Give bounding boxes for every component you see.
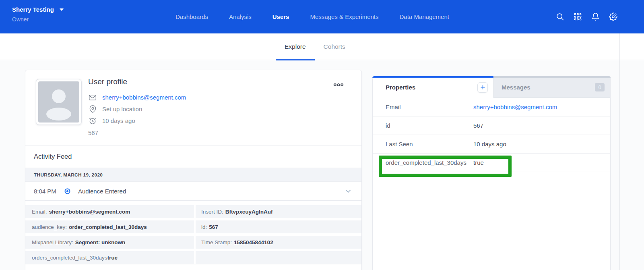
alarm-clock-icon <box>88 117 97 125</box>
active-tab-underline <box>276 59 315 60</box>
apps-grid-icon[interactable] <box>574 12 582 21</box>
active-tab-top-bar <box>372 76 493 78</box>
audience-entered-icon <box>64 188 71 195</box>
event-detail-cell: Email: sherry+bobbins@segment.com <box>25 205 194 218</box>
search-icon[interactable] <box>556 12 564 21</box>
scroll-track-divider <box>619 33 620 270</box>
event-detail-cell: Insert ID: BftvpxcuyAglnAuf <box>196 205 361 218</box>
profile-last-seen: 10 days ago <box>102 117 135 124</box>
property-row: Last Seen 10 days ago <box>373 135 610 154</box>
activity-event-row[interactable]: 8:04 PM Audience Entered <box>25 182 361 200</box>
nav-messages-experiments[interactable]: Messages & Experiments <box>310 13 378 20</box>
tab-cohorts[interactable]: Cohorts <box>315 33 354 60</box>
user-profile-card: User profile sherry+bobbins@segment.com … <box>25 70 362 270</box>
property-row: Email sherry+bobbins@segment.com <box>373 98 610 116</box>
page-title: User profile <box>88 77 361 86</box>
tab-messages-label: Messages <box>502 84 530 91</box>
property-row: id 567 <box>373 116 610 135</box>
tab-properties[interactable]: Properties <box>373 77 493 98</box>
map-pin-icon <box>88 105 97 113</box>
inactive-tab-top-bar <box>494 76 611 78</box>
settings-gear-icon[interactable] <box>609 12 617 21</box>
messages-count-badge: 0 <box>595 83 605 91</box>
project-switcher[interactable]: Sherry Testing Owner <box>12 6 64 23</box>
main-nav: Dashboards Analysis Users Messages & Exp… <box>175 0 449 33</box>
nav-data-management[interactable]: Data Management <box>400 13 449 20</box>
event-detail-cell: orders_completed_last_30days true <box>25 251 194 264</box>
property-row-highlighted: order_completed_last_30days true <box>373 154 610 172</box>
nav-analysis[interactable]: Analysis <box>229 13 252 20</box>
event-detail-cell: id: 567 <box>196 220 361 233</box>
sub-nav: Explore Cohorts <box>0 33 644 60</box>
tab-explore-label: Explore <box>285 43 306 50</box>
event-detail-cell: audience_key: order_completed_last_30day… <box>25 220 194 233</box>
event-details-table: Email: sherry+bobbins@segment.com Insert… <box>25 200 361 264</box>
nav-users[interactable]: Users <box>272 13 289 20</box>
avatar <box>36 79 82 125</box>
properties-tab-bar: Properties Messages 0 <box>373 77 610 98</box>
event-time: 8:04 PM <box>34 188 64 195</box>
event-name: Audience Entered <box>78 188 126 195</box>
notifications-bell-icon[interactable] <box>591 12 600 21</box>
tab-messages[interactable]: Messages 0 <box>493 77 610 98</box>
profile-location-row: Set up location <box>88 103 361 115</box>
profile-email-row: sherry+bobbins@segment.com <box>88 91 361 103</box>
tab-explore[interactable]: Explore <box>276 33 315 60</box>
profile-email-link[interactable]: sherry+bobbins@segment.com <box>102 94 186 101</box>
activity-feed-header: Activity Feed <box>25 145 361 168</box>
properties-card: Properties Messages 0 Email sherry+bobbi… <box>372 76 611 270</box>
tab-cohorts-label: Cohorts <box>324 43 345 50</box>
project-role: Owner <box>12 16 64 23</box>
chevron-down-icon <box>60 8 64 11</box>
event-detail-cell: Time Stamp: 1585045844102 <box>196 236 361 249</box>
profile-user-id: 567 <box>88 127 361 139</box>
collapse-chevron-icon[interactable] <box>345 189 351 193</box>
activity-feed-title: Activity Feed <box>34 153 72 160</box>
more-options-button[interactable] <box>332 81 345 90</box>
top-nav: Sherry Testing Owner Dashboards Analysis… <box>0 0 644 33</box>
mail-icon <box>88 93 97 102</box>
nav-dashboards[interactable]: Dashboards <box>175 13 208 20</box>
nav-icon-group <box>556 0 617 33</box>
tab-properties-label: Properties <box>386 84 415 91</box>
project-name[interactable]: Sherry Testing <box>12 6 54 13</box>
event-detail-cell-empty <box>196 251 361 264</box>
event-detail-cell: Mixpanel Library: Segment: unknown <box>25 236 194 249</box>
profile-last-seen-row: 10 days ago <box>88 115 361 127</box>
property-email-link[interactable]: sherry+bobbins@segment.com <box>473 104 557 110</box>
profile-location[interactable]: Set up location <box>102 106 142 112</box>
add-property-button[interactable] <box>477 82 488 93</box>
activity-date-header: THURSDAY, MARCH 19, 2020 <box>25 168 361 182</box>
profile-summary: User profile sherry+bobbins@segment.com … <box>25 70 361 145</box>
